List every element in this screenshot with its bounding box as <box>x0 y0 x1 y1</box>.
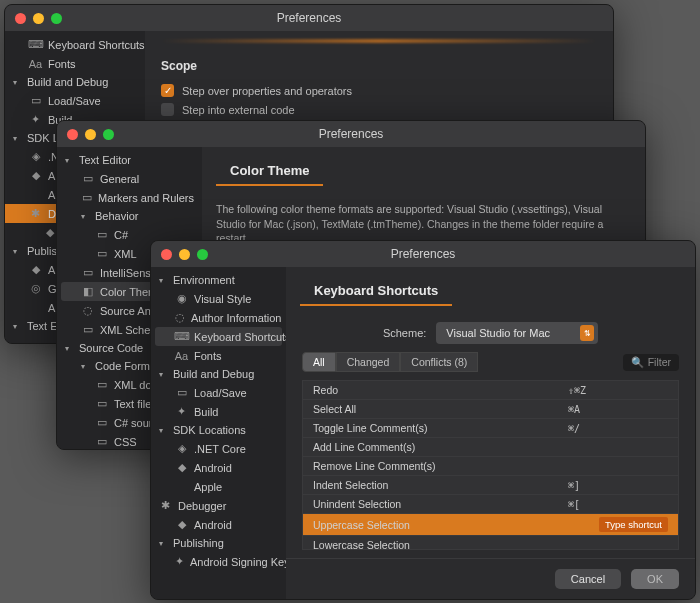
section-heading: Scope <box>161 59 597 73</box>
build-icon: ✦ <box>175 405 188 418</box>
file-icon: ▭ <box>95 435 108 448</box>
save-icon: ▭ <box>29 94 42 107</box>
table-row[interactable]: Add Line Comment(s) <box>303 438 678 457</box>
chevron-down-icon: ▾ <box>159 539 167 548</box>
chevron-down-icon: ▾ <box>65 344 73 353</box>
chevron-down-icon: ▾ <box>65 156 73 165</box>
table-row[interactable]: Redo⇧⌘Z <box>303 381 678 400</box>
sidebar-item[interactable]: ✦Build <box>151 402 286 421</box>
sidebar-item[interactable]: AaFonts <box>151 346 286 365</box>
file-icon: ▭ <box>95 378 108 391</box>
window-title: Preferences <box>5 11 613 25</box>
cancel-button[interactable]: Cancel <box>555 569 621 589</box>
sidebar-item[interactable]: Apple <box>151 477 286 496</box>
doc-icon: ▭ <box>81 172 94 185</box>
xml-icon: ▭ <box>81 323 94 336</box>
table-row[interactable]: Unindent Selection⌘[ <box>303 495 678 514</box>
table-row[interactable]: Indent Selection⌘] <box>303 476 678 495</box>
chevron-down-icon: ▾ <box>13 322 21 331</box>
table-row-selected[interactable]: Uppercase SelectionType shortcut <box>303 514 678 536</box>
apple-icon <box>29 301 42 314</box>
sidebar-item[interactable]: ◈.NET Core <box>151 439 286 458</box>
sidebar-group[interactable]: ▾Text Editor <box>57 151 202 169</box>
xml-icon: ▭ <box>95 247 108 260</box>
prefs-window-3: Preferences ▾Environment ◉Visual Style ◌… <box>150 240 696 600</box>
checkbox-icon[interactable] <box>161 103 174 116</box>
sidebar-item[interactable]: ▭Load/Save <box>5 91 145 110</box>
sidebar-item[interactable]: ◌Author Information <box>151 308 286 327</box>
file-icon: ▭ <box>95 397 108 410</box>
accent-bar <box>161 39 597 43</box>
apple-icon <box>175 480 188 493</box>
titlebar[interactable]: Preferences <box>5 5 613 31</box>
sidebar-group[interactable]: ▾Environment <box>151 271 286 289</box>
checkbox-row[interactable]: Step into external code <box>161 100 597 119</box>
sidebar-item[interactable]: ▭Load/Save <box>151 383 286 402</box>
file-icon: ▭ <box>95 416 108 429</box>
tab-conflicts[interactable]: Conflicts (8) <box>400 352 478 372</box>
bug-icon: ✱ <box>159 499 172 512</box>
sidebar: ▾Environment ◉Visual Style ◌Author Infor… <box>151 267 286 599</box>
sidebar-item[interactable]: ◉Visual Style <box>151 289 286 308</box>
ruler-icon: ▭ <box>81 191 92 204</box>
android-icon: ◆ <box>29 263 42 276</box>
table-row[interactable]: Remove Line Comment(s) <box>303 457 678 476</box>
chevron-down-icon: ▾ <box>81 362 89 371</box>
table-row[interactable]: Select All⌘A <box>303 400 678 419</box>
build-icon: ✦ <box>29 113 42 126</box>
tab-all[interactable]: All <box>302 352 336 372</box>
sidebar-group[interactable]: ▾Publishing <box>151 534 286 552</box>
sidebar-group[interactable]: ▾SDK Locations <box>151 421 286 439</box>
chevron-updown-icon: ⇅ <box>580 325 594 341</box>
sidebar-item[interactable]: ▭Markers and Rulers <box>57 188 202 207</box>
ok-button[interactable]: OK <box>631 569 679 589</box>
sidebar-group[interactable]: ▾Build and Debug <box>5 73 145 91</box>
android-icon: ◆ <box>43 226 56 239</box>
checkbox-row[interactable]: Step over properties and operators <box>161 81 597 100</box>
net-icon: ◈ <box>29 150 42 163</box>
filter-input[interactable]: 🔍Filter <box>623 354 679 371</box>
page-heading: Color Theme <box>216 153 323 186</box>
sidebar-item-keyboard-shortcuts[interactable]: ⌨Keyboard Shortcuts <box>155 327 282 346</box>
scheme-label: Scheme: <box>383 327 426 339</box>
sidebar-item[interactable]: ◆Android <box>151 458 286 477</box>
android-icon: ◆ <box>29 169 42 182</box>
checkbox-icon[interactable] <box>161 84 174 97</box>
android-icon: ◆ <box>175 518 188 531</box>
table-row[interactable]: Toggle Line Comment(s)⌘/ <box>303 419 678 438</box>
chevron-down-icon: ▾ <box>159 426 167 435</box>
scheme-select[interactable]: Visual Studio for Mac ⇅ <box>436 322 598 344</box>
eye-icon: ◉ <box>175 292 188 305</box>
tab-changed[interactable]: Changed <box>336 352 401 372</box>
titlebar[interactable]: Preferences <box>151 241 695 267</box>
window-title: Preferences <box>57 127 645 141</box>
analysis-icon: ◌ <box>81 304 94 317</box>
window-title: Preferences <box>151 247 695 261</box>
chevron-down-icon: ▾ <box>159 276 167 285</box>
search-icon: 🔍 <box>631 356 644 369</box>
titlebar[interactable]: Preferences <box>57 121 645 147</box>
sidebar-item[interactable]: ◆Android <box>151 515 286 534</box>
palette-icon: ◧ <box>81 285 94 298</box>
keyboard-icon: ⌨ <box>175 330 188 343</box>
key-icon: ✦ <box>175 555 184 568</box>
sidebar-group[interactable]: ▾Build and Debug <box>151 365 286 383</box>
chevron-down-icon: ▾ <box>81 212 89 221</box>
intellisense-icon: ▭ <box>81 266 94 279</box>
save-icon: ▭ <box>175 386 188 399</box>
page-heading: Keyboard Shortcuts <box>300 273 452 306</box>
csharp-icon: ▭ <box>95 228 108 241</box>
sidebar-group[interactable]: ▾Behavior <box>57 207 202 225</box>
sidebar-item[interactable]: ✦Android Signing Keys <box>151 552 286 571</box>
type-shortcut-chip[interactable]: Type shortcut <box>599 517 668 532</box>
apple-icon <box>29 188 42 201</box>
sidebar-item[interactable]: ✱Debugger <box>151 496 286 515</box>
sidebar-item[interactable]: ▭General <box>57 169 202 188</box>
sidebar-item[interactable]: AaFonts <box>5 54 145 73</box>
chevron-down-icon: ▾ <box>13 247 21 256</box>
content-pane: Keyboard Shortcuts Scheme: Visual Studio… <box>286 267 695 599</box>
net-icon: ◈ <box>175 442 188 455</box>
sidebar-item[interactable]: ⌨Keyboard Shortcuts <box>5 35 145 54</box>
keyboard-icon: ⌨ <box>29 38 42 51</box>
table-row[interactable]: Lowercase Selection <box>303 536 678 550</box>
